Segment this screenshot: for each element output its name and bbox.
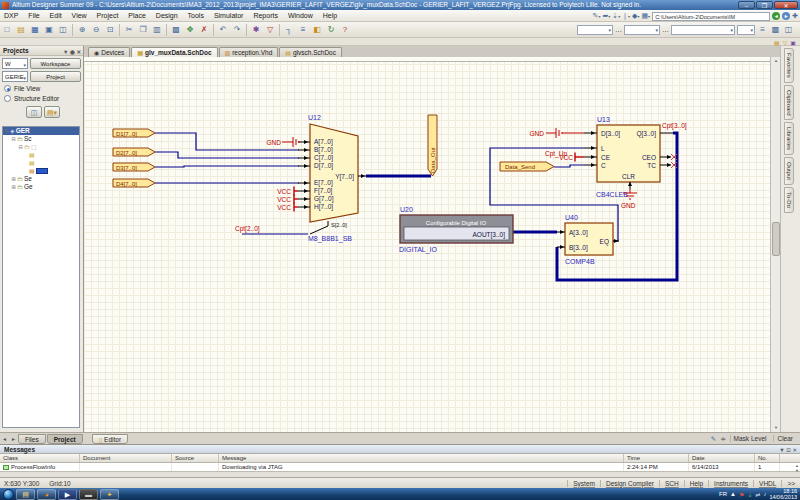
scroll-up-icon[interactable]: ▲ [772,57,780,65]
tab-glvsch[interactable]: ▤glvsch.SchDoc [279,47,342,57]
col-message[interactable]: Message [219,454,624,462]
status-more[interactable]: >> [781,480,800,487]
tab-scroll-right-icon[interactable]: ► [9,436,18,442]
menu-tools[interactable]: Tools [184,10,208,22]
menu-dxp[interactable]: DXP [0,10,22,22]
menu-window[interactable]: Window [284,10,317,22]
menu-project[interactable]: Project [93,10,123,22]
back-icon[interactable]: ◄ [772,12,780,20]
pencil-icon[interactable]: ✎ [711,435,716,443]
tab-scroll-left-icon[interactable]: ◄ [0,436,9,442]
tree-item-root[interactable]: ⊟◈GER [3,127,79,135]
scrollbar-thumb[interactable] [772,222,780,256]
u40-part-name[interactable]: COMP4B [565,258,595,265]
filter-funnel-icon[interactable]: ▽ [783,39,788,46]
move-icon[interactable]: ✥ [184,23,197,36]
sort-button[interactable]: ◫ [26,106,42,118]
align-icon[interactable]: ≡ [758,23,768,36]
u12-designator[interactable]: U12 [308,114,321,121]
forward-icon[interactable]: ► [782,12,790,20]
open-icon[interactable]: ▤ [15,23,28,36]
project-button[interactable]: Project [30,71,81,82]
tray-network-icon[interactable]: ⇄ [755,491,760,498]
maximize-button[interactable]: ❐ [756,1,773,9]
tab-editor[interactable]: ▯ Editor [92,434,128,444]
tray-volume-icon[interactable]: ♪ [763,491,766,497]
save-icon[interactable]: ▦ [29,23,42,36]
col-source[interactable]: Source [172,454,219,462]
col-class[interactable]: Class [0,454,80,462]
bus-icon[interactable]: ≡ [297,23,310,36]
minimize-button[interactable]: – [738,1,755,9]
copy-icon[interactable]: ❐ [137,23,150,36]
component-u12[interactable]: U12 M8_B8B1_SB A[7..0] B[7..0] C[7..0] [298,114,366,243]
taskbar-media-icon[interactable]: ▶ [58,489,77,500]
net-label-cpt2[interactable]: Cpt[2..0] [235,225,260,233]
close-button[interactable]: ✕ [774,1,798,9]
tray-update-icon[interactable]: ⇣ [747,491,752,498]
gnd-u12-a[interactable]: GND [267,137,299,147]
zoom-fit-icon[interactable]: ⊡ [104,23,117,36]
tray-expand-icon[interactable]: ▲ [730,491,736,497]
preview-icon[interactable]: ◫ [57,23,70,36]
mask-level-button[interactable]: Mask Level [730,435,770,442]
zoom-in-icon[interactable]: ⊕ [76,23,89,36]
panel-icon[interactable]: ▣ [790,39,796,46]
u20-part-name[interactable]: DIGITAL_IO [399,246,438,254]
help-icon[interactable]: ? [339,23,352,36]
wire-d2-c[interactable] [155,152,299,158]
address-combo[interactable]: C:\Users\Altium-2\Documents\IM [652,12,770,21]
messages-close-icon[interactable]: ✕ [792,447,797,453]
tab-project[interactable]: Project [47,434,83,444]
tab-output[interactable]: Output [784,157,794,185]
workspace-button[interactable]: Workspace [30,58,81,69]
menu-file[interactable]: File [24,10,43,22]
grid-icon[interactable]: ▩ [771,23,781,36]
tree-item-ge[interactable]: ⊞🗀Ge [3,183,79,191]
find-icon[interactable]: ✱ [250,23,263,36]
vcc-u12[interactable]: VCC VCC VCC [277,187,298,212]
taskbar-clock[interactable]: 18:16 14/06/2013 [769,488,797,500]
status-vhdl[interactable]: VHDL [753,480,781,487]
port-data-out[interactable]: Data_Out [428,115,437,176]
col-date[interactable]: Date [689,454,755,462]
messages-menu-icon[interactable]: ▼ [779,447,784,453]
col-no[interactable]: No. [755,454,780,462]
new-icon[interactable]: □ [1,23,14,36]
zoom-out-icon[interactable]: ⊖ [90,23,103,36]
status-instruments[interactable]: Instruments [708,480,753,487]
taskbar-firefox-icon[interactable]: ◕ [37,489,56,500]
tree-item-doc-1[interactable]: ▤ [3,151,79,159]
select-icon[interactable]: ▩ [170,23,183,36]
col-document[interactable]: Document [80,454,172,462]
tree-item-subfolder[interactable]: ⊟🗀▢ [3,143,79,151]
folder-add-icon[interactable]: ▤ [774,39,780,46]
language-indicator[interactable]: FR [719,491,727,497]
anchor-icon[interactable]: ✚ [792,12,798,20]
status-help[interactable]: Help [684,480,708,487]
filter-icon[interactable]: ▽ [264,23,277,36]
canvas-vertical-scrollbar[interactable]: ▲ ▼ [770,57,780,432]
cut-icon[interactable]: ✂ [123,23,136,36]
tree-item-se[interactable]: ⊞🗀Se [3,175,79,183]
panel-menu-icon[interactable]: ▼ [63,49,68,55]
panel-pin-icon[interactable]: ◉ [70,49,75,55]
start-button[interactable] [3,489,14,500]
menu-simulator[interactable]: Simulator [210,10,248,22]
status-design-compiler[interactable]: Design Compiler [600,480,659,487]
menu-design[interactable]: Design [152,10,182,22]
net-label-cpt3[interactable]: Cpt[3..0] [662,122,687,130]
menu-help[interactable]: Help [319,10,341,22]
paste-icon[interactable]: ▥ [151,23,164,36]
mask-preview-icon[interactable]: ≑ [720,435,725,443]
net-icon[interactable]: ◆▾ [632,12,639,20]
project-combo[interactable]: GERIE [2,71,28,82]
menu-edit[interactable]: Edit [46,10,66,22]
u40-designator[interactable]: U40 [565,214,578,221]
u20-designator[interactable]: U20 [400,206,413,213]
clear-button[interactable]: Clear [773,435,796,442]
part-icon[interactable]: ◧ [311,23,324,36]
file-view-radio[interactable]: File View [0,82,83,92]
u13-part-name[interactable]: CB4CLEB [596,191,628,198]
u13-designator[interactable]: U13 [597,116,610,123]
